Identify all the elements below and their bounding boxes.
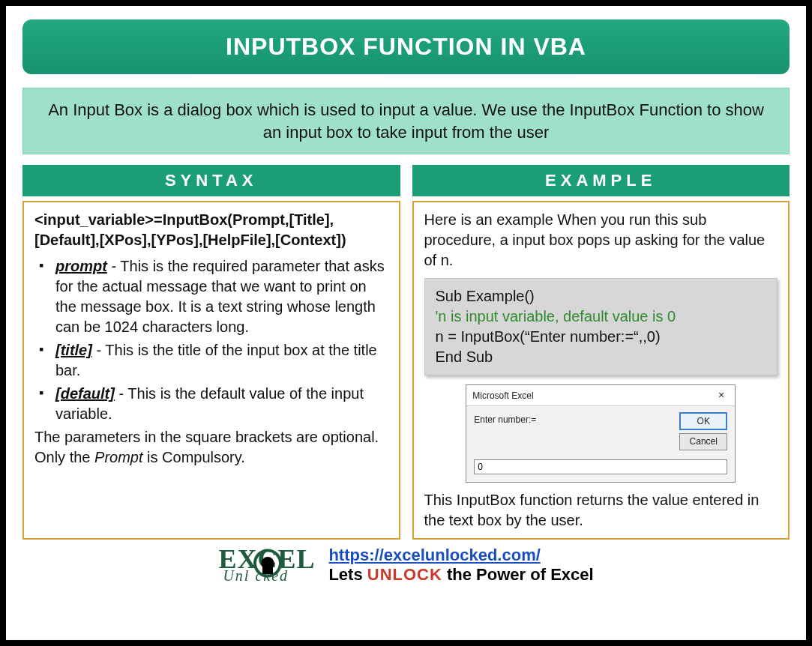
tag-unlock-word: UNLOCK (367, 565, 442, 584)
dialog-prompt-text: Enter number:= (474, 412, 672, 450)
ok-button[interactable]: OK (679, 412, 727, 430)
dialog-body: Enter number:= OK Cancel (466, 406, 735, 456)
logo-part: EX (218, 544, 257, 574)
code-comment: 'n is input variable, default value is 0 (436, 307, 767, 327)
param-list: prompt - This is the required parameter … (34, 256, 388, 424)
dialog-text-input[interactable] (474, 459, 727, 474)
close-icon[interactable]: × (714, 388, 729, 402)
intro-description: An Input Box is a dialog box which is us… (22, 88, 790, 154)
tag-part: Lets (328, 565, 367, 584)
param-name: [title] (55, 342, 92, 358)
param-dash: - (115, 385, 127, 402)
inputbox-dialog: Microsoft Excel × Enter number:= OK Canc… (466, 384, 736, 482)
dialog-titlebar: Microsoft Excel × (466, 385, 735, 406)
code-line: n = InputBox(“Enter number:=“,,0) (436, 327, 767, 347)
footer-tagline: Lets UNLOCK the Power of Excel (328, 565, 593, 585)
param-dash: - (107, 258, 120, 274)
dialog-input-row (466, 456, 735, 482)
page-title-banner: INPUTBOX FUNCTION IN VBA (22, 19, 790, 74)
excel-unlocked-logo: EXCEL Unl cked (218, 547, 315, 582)
syntax-signature: <input_variable>=InputBox(Prompt,[Title]… (34, 210, 388, 250)
example-intro: Here is an example When you run this sub… (424, 210, 778, 271)
param-item-prompt: prompt - This is the required parameter … (37, 256, 388, 337)
cancel-button[interactable]: Cancel (679, 433, 727, 450)
syntax-note: The parameters in the square brackets ar… (34, 427, 388, 468)
syntax-body: <input_variable>=InputBox(Prompt,[Title]… (22, 201, 400, 539)
lock-key-icon (262, 567, 273, 574)
param-item-title: [title] - This is the title of the input… (37, 340, 388, 381)
example-header: EXAMPLE (412, 165, 790, 196)
example-outro: This InputBox function returns the value… (424, 490, 778, 531)
param-item-default: [default] - This is the default value of… (37, 384, 388, 424)
logo-part: EL (277, 544, 315, 574)
syntax-header: SYNTAX (22, 165, 400, 196)
param-name: prompt (55, 258, 107, 274)
note-part2: is Compulsory. (143, 449, 245, 465)
param-name: [default] (55, 385, 115, 402)
content-columns: SYNTAX <input_variable>=InputBox(Prompt,… (22, 165, 790, 539)
page-footer: EXCEL Unl cked https://excelunlocked.com… (22, 546, 790, 585)
param-dash: - (92, 342, 105, 358)
tag-part: the Power of Excel (442, 565, 594, 584)
dialog-button-group: OK Cancel (679, 412, 727, 450)
syntax-column: SYNTAX <input_variable>=InputBox(Prompt,… (22, 165, 400, 539)
code-line: End Sub (436, 347, 767, 367)
code-line: Sub Example() (436, 286, 767, 307)
footer-text-block: https://excelunlocked.com/ Lets UNLOCK t… (328, 546, 593, 585)
logo-top-text: EXCEL (218, 547, 315, 571)
example-column: EXAMPLE Here is an example When you run … (412, 165, 790, 539)
logo-c-with-lock-icon: C (257, 547, 277, 571)
dialog-title: Microsoft Excel (472, 390, 533, 402)
footer-url-link[interactable]: https://excelunlocked.com/ (328, 546, 540, 564)
code-block: Sub Example() 'n is input variable, defa… (424, 278, 778, 375)
example-body: Here is an example When you run this sub… (412, 201, 790, 539)
dialog-preview-wrap: Microsoft Excel × Enter number:= OK Canc… (424, 384, 778, 482)
note-emphasis: Prompt (94, 449, 142, 465)
